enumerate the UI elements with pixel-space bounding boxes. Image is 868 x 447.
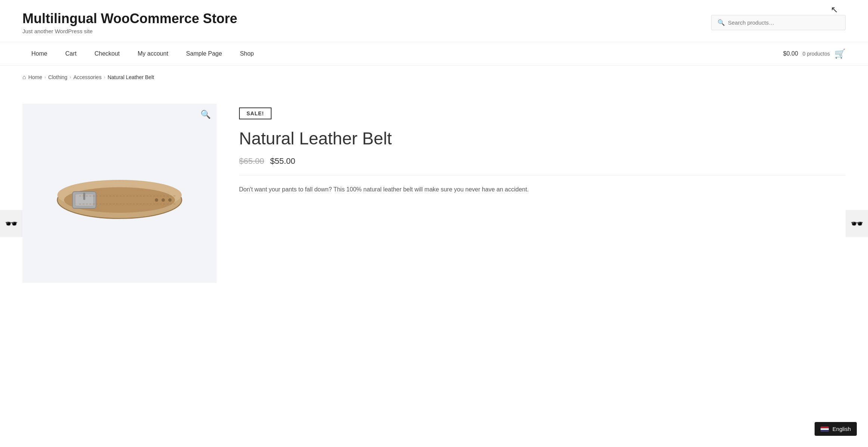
svg-point-7 xyxy=(162,199,165,202)
zoom-icon[interactable]: 🔍 xyxy=(201,110,211,119)
nav-links: Home Cart Checkout My account Sample Pag… xyxy=(22,42,263,65)
search-input[interactable] xyxy=(728,19,839,26)
sale-badge: SALE! xyxy=(239,107,272,119)
cart-count: 0 productos xyxy=(803,51,830,57)
product-area: 🔍 SALE! Natural Leather Belt xyxy=(0,89,868,298)
breadcrumb-clothing[interactable]: Clothing xyxy=(48,74,67,80)
price-wrap: $65.00 $55.00 xyxy=(239,156,846,175)
breadcrumb-sep-1: › xyxy=(44,75,46,80)
site-header: Multilingual WooCommerce Store Just anot… xyxy=(0,0,868,42)
nav-myaccount[interactable]: My account xyxy=(129,42,177,65)
breadcrumb-sep-2: › xyxy=(69,75,71,80)
site-navigation: Home Cart Checkout My account Sample Pag… xyxy=(0,42,868,66)
nav-cart[interactable]: Cart xyxy=(56,42,86,65)
sale-price: $55.00 xyxy=(270,156,295,166)
product-description: Don't want your pants to fall down? This… xyxy=(239,184,846,194)
search-form[interactable]: 🔍 xyxy=(711,15,846,30)
site-title[interactable]: Multilingual WooCommerce Store xyxy=(22,10,711,26)
svg-point-8 xyxy=(168,199,172,202)
breadcrumb-current: Natural Leather Belt xyxy=(108,74,154,80)
breadcrumb-sep-3: › xyxy=(104,75,105,80)
product-image-wrap: 🔍 xyxy=(22,104,217,283)
search-icon: 🔍 xyxy=(717,19,725,26)
breadcrumb: ⌂ Home › Clothing › Accessories › Natura… xyxy=(0,66,868,89)
original-price: $65.00 xyxy=(239,156,264,166)
next-product-nav[interactable]: 🕶️ xyxy=(846,210,868,237)
home-icon: ⌂ xyxy=(22,74,26,81)
breadcrumb-home[interactable]: Home xyxy=(28,74,42,80)
site-branding: Multilingual WooCommerce Store Just anot… xyxy=(22,10,711,34)
cart-icon[interactable]: 🛒 xyxy=(834,49,846,59)
cart-summary: $0.00 0 productos 🛒 xyxy=(783,49,846,59)
svg-rect-5 xyxy=(83,193,85,200)
nav-checkout[interactable]: Checkout xyxy=(86,42,129,65)
product-title: Natural Leather Belt xyxy=(239,128,846,149)
breadcrumb-accessories[interactable]: Accessories xyxy=(73,74,101,80)
nav-home[interactable]: Home xyxy=(22,42,56,65)
svg-point-6 xyxy=(155,199,158,202)
cart-amount: $0.00 xyxy=(783,50,798,57)
product-details: SALE! Natural Leather Belt $65.00 $55.00… xyxy=(239,104,846,283)
nav-samplepage[interactable]: Sample Page xyxy=(177,42,231,65)
next-product-icon: 🕶️ xyxy=(850,218,864,230)
product-image xyxy=(52,156,187,230)
site-tagline: Just another WordPress site xyxy=(22,28,711,34)
nav-shop[interactable]: Shop xyxy=(231,42,263,65)
